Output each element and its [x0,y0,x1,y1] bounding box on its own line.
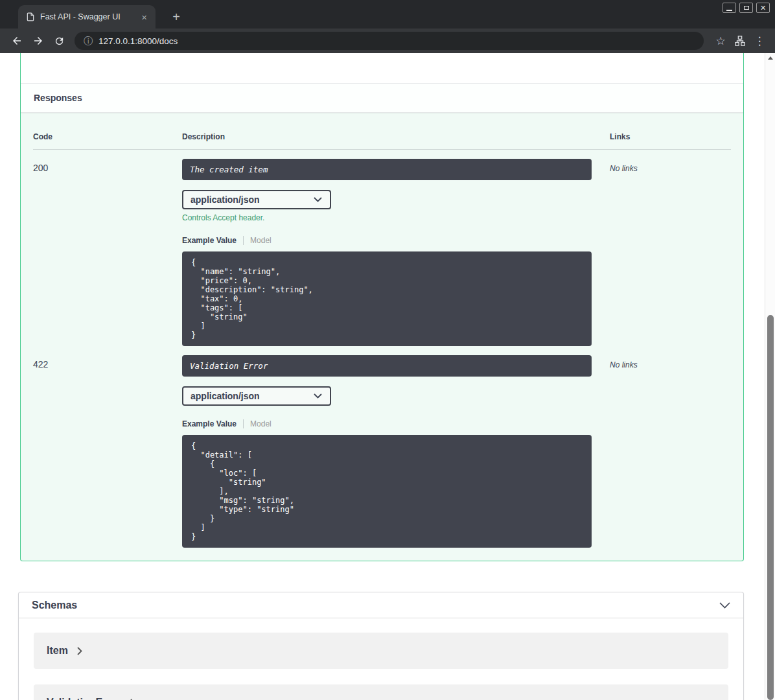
opblock-top-strip [21,53,743,83]
kebab-menu-icon: ⋮ [754,34,765,48]
response-links: No links [610,159,731,346]
browser-toolbar: ⓘ 127.0.0.1:8000/docs ☆ ⋮ [0,29,775,53]
back-icon [11,35,23,47]
media-type-value: application/json [191,391,260,401]
close-icon: ✕ [760,5,766,12]
scrollbar-up-button[interactable] [765,53,775,63]
chevron-down-icon [719,602,730,609]
tab-model[interactable]: Model [250,419,272,428]
accept-header-note: Controls Accept header. [182,213,610,222]
response-description-cell: The created item application/json Contro… [182,159,610,346]
response-code: 422 [33,355,182,548]
response-links: No links [610,355,731,548]
responses-table: Code Description Links 200 The created i… [21,113,743,561]
page-content: Responses Code Description Links 200 The… [0,53,765,700]
sitemap-icon [734,35,746,47]
browser-titlebar: Fast API - Swagger UI × + ✕ [0,0,775,29]
response-description: Validation Error [182,355,592,377]
schemas-header[interactable]: Schemas [19,592,743,618]
example-model-tabs: Example Value Model [182,419,610,428]
example-json-block: { "name": "string", "price": 0, "descrip… [182,251,592,346]
media-type-value: application/json [191,194,260,205]
site-info-icon[interactable]: ⓘ [84,36,93,45]
bookmark-button[interactable]: ☆ [711,32,730,50]
column-code: Code [33,132,182,141]
tab-example-value[interactable]: Example Value [182,419,237,428]
chevron-right-icon [77,647,82,655]
example-model-tabs: Example Value Model [182,236,610,245]
minimize-icon [726,10,732,11]
example-json-block: { "detail": [ { "loc": [ "string" ], "ms… [182,435,592,548]
swagger-page: Responses Code Description Links 200 The… [0,53,775,700]
reload-button[interactable] [49,31,69,51]
tab-title: Fast API - Swagger UI [40,12,134,21]
model-item[interactable]: Item [34,633,728,669]
response-code: 200 [33,159,182,346]
window-controls: ✕ [723,3,770,13]
responses-title: Responses [34,93,82,103]
forward-button[interactable] [28,31,48,51]
opblock-post: Responses Code Description Links 200 The… [20,53,744,561]
tab-divider [243,419,244,428]
vertical-scrollbar[interactable] [765,53,775,700]
tab-example-value[interactable]: Example Value [182,236,237,245]
chevron-down-icon [314,393,322,399]
responses-table-header: Code Description Links [33,113,731,150]
browser-tab[interactable]: Fast API - Swagger UI × [18,5,156,29]
browser-menu-button[interactable]: ⋮ [750,32,769,50]
extensions-button[interactable] [731,32,749,50]
column-links: Links [610,132,731,141]
forward-icon [32,35,44,47]
media-type-select[interactable]: application/json [182,190,331,209]
scroll-up-arrow-icon [768,56,773,60]
model-name: ValidationError [47,697,121,700]
minimize-button[interactable] [723,3,736,13]
page-favicon-icon [26,12,35,21]
column-description: Description [182,132,610,141]
chevron-down-icon [314,197,322,202]
close-button[interactable]: ✕ [756,3,770,13]
media-type-select[interactable]: application/json [182,386,331,406]
schemas-body: Item ValidationError [19,618,743,700]
tab-divider [243,236,244,245]
response-description-cell: Validation Error application/json Exampl… [182,355,610,548]
star-icon: ☆ [715,34,725,48]
schemas-section: Schemas Item ValidationError [18,592,744,700]
responses-section-header: Responses [21,83,743,113]
new-tab-button[interactable]: + [167,8,185,26]
tab-close-icon[interactable]: × [139,12,149,23]
response-description: The created item [182,159,592,180]
response-row-422: 422 Validation Error application/json Ex… [33,346,731,548]
model-validationerror[interactable]: ValidationError [34,684,728,700]
back-button[interactable] [6,31,27,51]
maximize-icon [744,6,749,10]
scrollbar-thumb[interactable] [767,315,774,700]
schemas-title: Schemas [32,600,77,611]
address-bar[interactable]: ⓘ 127.0.0.1:8000/docs [75,32,704,50]
tab-model[interactable]: Model [250,236,272,245]
reload-icon [54,36,65,47]
url-text: 127.0.0.1:8000/docs [98,36,178,46]
response-row-200: 200 The created item application/json Co… [33,150,731,346]
maximize-button[interactable] [739,3,753,13]
model-name: Item [47,645,68,657]
